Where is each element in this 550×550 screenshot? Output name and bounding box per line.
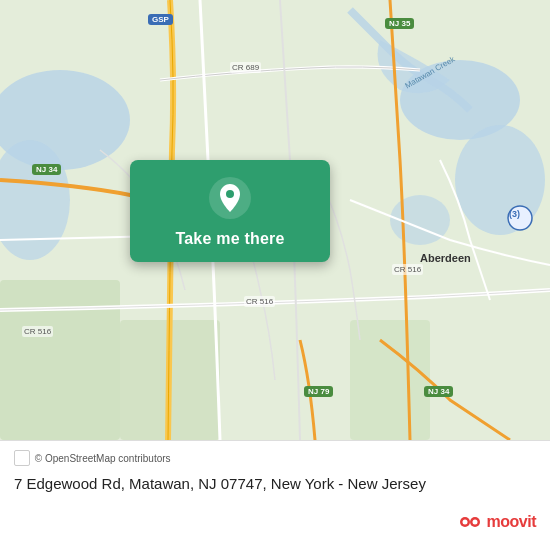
cr516-mid-label: CR 516 xyxy=(244,296,275,307)
nj79-label: NJ 79 xyxy=(304,386,333,397)
cr516-left-label: CR 516 xyxy=(22,326,53,337)
svg-point-11 xyxy=(226,190,234,198)
osm-logo xyxy=(14,450,30,466)
bottom-bar: © OpenStreetMap contributors 7 Edgewood … xyxy=(0,440,550,550)
nj35-label: NJ 35 xyxy=(385,18,414,29)
svg-rect-6 xyxy=(0,280,120,440)
svg-point-16 xyxy=(472,520,477,525)
aberdeen-label: Aberdeen xyxy=(420,252,471,264)
moovit-icon xyxy=(455,508,483,536)
nj3-label: (3) xyxy=(509,209,520,219)
osm-attribution-text: © OpenStreetMap contributors xyxy=(35,453,171,464)
map-container: GSP NJ 35 CR 689 NJ 34 CR 516 CR 516 CR … xyxy=(0,0,550,440)
osm-attribution: © OpenStreetMap contributors xyxy=(14,451,536,467)
nj34-bottom-label: NJ 34 xyxy=(424,386,453,397)
moovit-text: moovit xyxy=(487,513,536,531)
nj34-label: NJ 34 xyxy=(32,164,61,175)
cr516-right-label: CR 516 xyxy=(392,264,423,275)
cr689-label: CR 689 xyxy=(230,62,261,73)
moovit-logo: moovit xyxy=(455,508,536,536)
location-pin-icon xyxy=(208,176,252,220)
gsp-label: GSP xyxy=(148,14,173,25)
take-me-there-card[interactable]: Take me there xyxy=(130,160,330,262)
svg-point-15 xyxy=(462,520,467,525)
svg-rect-8 xyxy=(350,320,430,440)
take-me-there-button[interactable]: Take me there xyxy=(175,230,284,248)
